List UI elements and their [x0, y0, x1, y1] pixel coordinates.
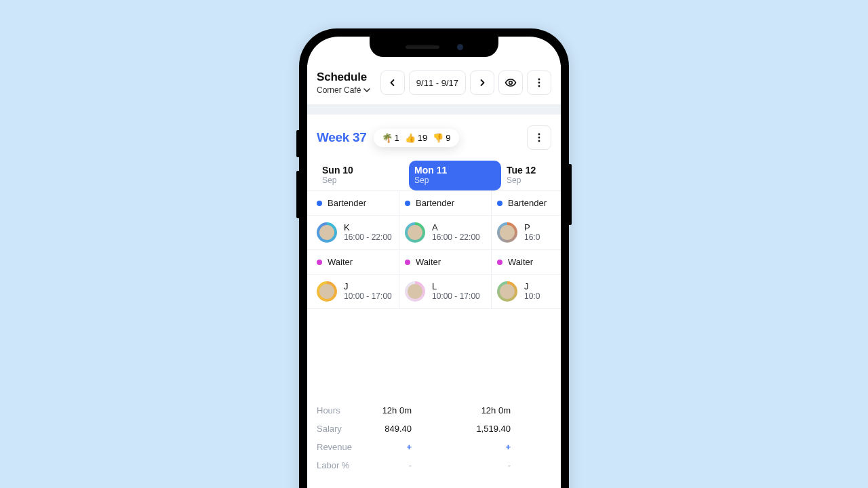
- empty-space: [307, 309, 561, 397]
- role-dot: [497, 260, 502, 265]
- role-header-bartender: Bartender: [399, 191, 491, 216]
- svg-point-5: [538, 137, 540, 139]
- more-vertical-icon: [534, 77, 545, 88]
- header: Schedule Corner Café 9/11 - 9/17: [307, 65, 561, 105]
- role-header-waiter: Waiter: [307, 250, 399, 274]
- phone-frame: Schedule Corner Café 9/11 - 9/17: [299, 28, 569, 488]
- day-tabs: Sun 10 Sep Mon 11 Sep Tue 12 Sep: [307, 154, 561, 190]
- svg-point-3: [538, 85, 540, 87]
- role-label: Bartender: [416, 198, 454, 208]
- page-title: Schedule: [317, 70, 370, 84]
- date-range-label: 9/11 - 9/17: [416, 78, 458, 88]
- palm-count: 1: [395, 133, 399, 143]
- avatar: [405, 281, 425, 302]
- day-tab-mon[interactable]: Mon 11 Sep: [409, 161, 501, 190]
- week-stats-chip[interactable]: 🌴1 👍19 👎9: [374, 129, 459, 147]
- stat-label: Salary: [317, 424, 371, 434]
- role-dot: [405, 201, 410, 206]
- location-label: Corner Café: [317, 85, 361, 95]
- stats-panel: Hours 12h 0m 12h 0m Salary 849.40 1,519.…: [307, 397, 561, 474]
- role-header-waiter: Waiter: [492, 250, 561, 274]
- shift-cell[interactable]: A 16:00 - 22:00: [399, 216, 491, 250]
- svg-point-0: [509, 81, 513, 85]
- notch: [370, 37, 498, 57]
- eye-icon: [505, 77, 517, 89]
- schedule-grid: Bartender K 16:00 - 22:00 Waiter: [307, 190, 561, 309]
- stat-value: -: [371, 460, 412, 470]
- week-more-button[interactable]: [527, 125, 551, 150]
- add-revenue-button[interactable]: +: [371, 442, 412, 452]
- day-label: Mon 11: [414, 165, 494, 176]
- role-label: Waiter: [508, 257, 533, 267]
- shift-cell[interactable]: P 16:0: [492, 216, 561, 250]
- svg-point-6: [538, 140, 540, 142]
- day-column: Bartender P 16:0 Waiter: [492, 191, 561, 309]
- palm-icon: 🌴: [382, 133, 393, 143]
- stat-value: 849.40: [371, 424, 412, 434]
- stat-value: 1,519.40: [463, 424, 511, 434]
- shift-time: 16:00 - 22:00: [344, 232, 392, 242]
- avatar: [497, 222, 517, 243]
- employee-initial: J: [344, 282, 392, 291]
- role-label: Waiter: [328, 257, 353, 267]
- role-header-bartender: Bartender: [307, 191, 399, 216]
- shift-time: 16:00 - 22:00: [432, 232, 480, 242]
- date-range-button[interactable]: 9/11 - 9/17: [409, 70, 466, 95]
- next-week-button[interactable]: [470, 70, 494, 95]
- week-label: Week 37: [317, 130, 367, 145]
- day-month: Sep: [414, 176, 494, 185]
- more-vertical-icon: [534, 132, 545, 143]
- shift-time: 10:0: [524, 291, 540, 301]
- prev-week-button[interactable]: [380, 70, 405, 95]
- day-label: Sun 10: [322, 165, 402, 176]
- employee-initial: K: [344, 223, 392, 232]
- svg-point-2: [538, 82, 540, 84]
- role-dot: [497, 201, 502, 206]
- day-label: Tue 12: [507, 165, 561, 176]
- role-dot: [317, 201, 322, 206]
- day-tab-sun[interactable]: Sun 10 Sep: [317, 161, 409, 190]
- stat-label: Hours: [317, 405, 371, 415]
- role-header-bartender: Bartender: [492, 191, 561, 216]
- chevron-down-icon: [363, 87, 370, 94]
- employee-initial: L: [432, 282, 480, 291]
- thumbs-up-icon: 👍: [405, 133, 416, 143]
- stat-label: Labor %: [317, 460, 371, 470]
- week-row: Week 37 🌴1 👍19 👎9: [307, 115, 561, 154]
- more-button[interactable]: [527, 70, 551, 95]
- avatar: [497, 281, 517, 302]
- arrow-left-icon: [388, 78, 397, 87]
- shift-cell[interactable]: J 10:00 - 17:00: [307, 274, 399, 309]
- role-label: Bartender: [328, 198, 366, 208]
- thumbs-up-count: 19: [418, 133, 427, 143]
- role-label: Waiter: [416, 257, 441, 267]
- visibility-button[interactable]: [498, 70, 523, 95]
- stat-row-revenue: Revenue + +: [307, 438, 561, 456]
- shift-cell[interactable]: J 10:0: [492, 274, 561, 309]
- avatar: [405, 222, 425, 243]
- role-label: Bartender: [508, 198, 547, 208]
- thumbs-down-icon: 👎: [433, 133, 443, 143]
- avatar: [317, 281, 337, 302]
- role-dot: [317, 260, 322, 265]
- shift-cell[interactable]: L 10:00 - 17:00: [399, 274, 491, 309]
- section-divider: [307, 105, 561, 115]
- arrow-right-icon: [477, 78, 487, 87]
- shift-time: 16:0: [524, 232, 540, 242]
- shift-cell[interactable]: K 16:00 - 22:00: [307, 216, 399, 250]
- stat-row-labor: Labor % - -: [307, 456, 561, 474]
- employee-initial: A: [432, 223, 480, 232]
- employee-initial: J: [524, 282, 540, 291]
- screen: Schedule Corner Café 9/11 - 9/17: [307, 37, 561, 488]
- shift-time: 10:00 - 17:00: [344, 291, 392, 301]
- add-revenue-button[interactable]: +: [463, 442, 511, 452]
- day-tab-tue[interactable]: Tue 12 Sep: [501, 161, 561, 190]
- day-column: Bartender K 16:00 - 22:00 Waiter: [307, 191, 399, 309]
- stat-value: 12h 0m: [463, 405, 511, 415]
- stat-value: -: [463, 460, 511, 470]
- location-selector[interactable]: Corner Café: [317, 85, 370, 95]
- stat-value: 12h 0m: [371, 405, 412, 415]
- employee-initial: P: [524, 223, 540, 232]
- role-header-waiter: Waiter: [399, 250, 491, 274]
- role-dot: [405, 260, 410, 265]
